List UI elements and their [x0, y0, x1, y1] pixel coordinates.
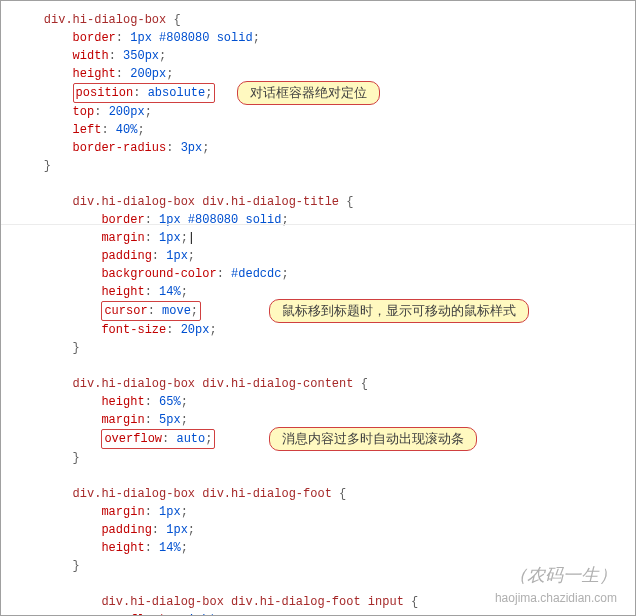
semicolon: ; [166, 67, 173, 81]
css-property: height [73, 67, 116, 81]
css-value: 1px #808080 solid [130, 31, 252, 45]
code-line: padding: 1px; [15, 247, 635, 265]
css-value: 200px [109, 105, 145, 119]
css-value: 350px [123, 49, 159, 63]
code-line [15, 467, 635, 485]
colon: : [116, 31, 123, 45]
css-value: #dedcdc [231, 267, 281, 281]
editor-selection-line [1, 224, 635, 225]
colon: : [162, 432, 169, 446]
semicolon: ; [188, 249, 195, 263]
css-value: 14% [159, 541, 181, 555]
code-line: padding: 1px; [15, 521, 635, 539]
semicolon: ; [205, 86, 212, 100]
code-line: float: right; [15, 611, 635, 616]
annotation-callout: 鼠标移到标题时，显示可移动的鼠标样式 [269, 299, 529, 323]
css-property: position [76, 86, 134, 100]
semicolon: ; [181, 395, 188, 409]
colon: : [94, 105, 101, 119]
colon: : [145, 285, 152, 299]
css-selector: div.hi-dialog-box div.hi-dialog-content [73, 377, 354, 391]
css-value: 20px [181, 323, 210, 337]
code-line: left: 40%; [15, 121, 635, 139]
brace-open: { [411, 595, 418, 609]
css-value: 1px [159, 231, 181, 245]
colon: : [152, 249, 159, 263]
brace-open: { [346, 195, 353, 209]
css-value: move [162, 304, 191, 318]
code-line: div.hi-dialog-box div.hi-dialog-foot { [15, 485, 635, 503]
semicolon: ; [145, 105, 152, 119]
colon: : [116, 67, 123, 81]
css-value: 40% [116, 123, 138, 137]
css-property: padding [101, 523, 151, 537]
css-property: height [101, 285, 144, 299]
code-line: div.hi-dialog-box div.hi-dialog-content … [15, 375, 635, 393]
colon: : [133, 86, 140, 100]
css-value: 1px [166, 249, 188, 263]
brace-close: } [44, 159, 51, 173]
highlighted-declaration: cursor: move; [101, 301, 201, 321]
semicolon: ; [181, 413, 188, 427]
css-property: font-size [101, 323, 166, 337]
colon: : [145, 395, 152, 409]
highlighted-declaration: overflow: auto; [101, 429, 215, 449]
semicolon: ; [181, 541, 188, 555]
css-property: top [73, 105, 95, 119]
css-property: width [73, 49, 109, 63]
brace-open: { [339, 487, 346, 501]
colon: : [166, 323, 173, 337]
colon: : [217, 267, 224, 281]
annotation-callout: 消息内容过多时自动出现滚动条 [269, 427, 477, 451]
brace-close: } [73, 559, 80, 573]
css-selector: div.hi-dialog-box [44, 13, 166, 27]
css-value: 14% [159, 285, 181, 299]
code-line: } [15, 449, 635, 467]
code-line: top: 200px; [15, 103, 635, 121]
css-property: left [73, 123, 102, 137]
semicolon: ; [205, 432, 212, 446]
code-line [15, 175, 635, 193]
code-line: } [15, 157, 635, 175]
css-selector: div.hi-dialog-box div.hi-dialog-title [73, 195, 339, 209]
css-property: cursor [104, 304, 147, 318]
css-value: 200px [130, 67, 166, 81]
brace-close: } [73, 451, 80, 465]
css-property: border-radius [73, 141, 167, 155]
text-cursor: | [188, 231, 195, 245]
code-line: border-radius: 3px; [15, 139, 635, 157]
semicolon: ; [281, 267, 288, 281]
code-line: border: 1px #808080 solid; [15, 211, 635, 229]
css-value: auto [176, 432, 205, 446]
css-selector: div.hi-dialog-box div.hi-dialog-foot inp… [101, 595, 403, 609]
semicolon: ; [253, 31, 260, 45]
code-view-container: div.hi-dialog-box { border: 1px #808080 … [0, 0, 636, 616]
semicolon: ; [137, 123, 144, 137]
code-line: height: 14%; [15, 539, 635, 557]
colon: : [148, 304, 155, 318]
code-line [15, 357, 635, 375]
css-property: margin [101, 231, 144, 245]
colon: : [152, 523, 159, 537]
code-line: div.hi-dialog-box { [15, 11, 635, 29]
semicolon: ; [181, 285, 188, 299]
code-line: } [15, 339, 635, 357]
code-line: margin: 1px;| [15, 229, 635, 247]
watermark-text-url: haojima.chazidian.com [495, 591, 617, 605]
css-property: margin [101, 413, 144, 427]
highlighted-declaration: position: absolute; [73, 83, 216, 103]
semicolon: ; [202, 141, 209, 155]
css-value: 1px [166, 523, 188, 537]
semicolon: ; [181, 231, 188, 245]
code-line: margin: 1px; [15, 503, 635, 521]
css-property: padding [101, 249, 151, 263]
brace-open: { [173, 13, 180, 27]
code-body: div.hi-dialog-box { border: 1px #808080 … [15, 11, 635, 616]
colon: : [145, 231, 152, 245]
code-line: width: 350px; [15, 47, 635, 65]
semicolon: ; [191, 304, 198, 318]
code-line: overflow: auto;消息内容过多时自动出现滚动条 [15, 429, 635, 449]
colon: : [145, 541, 152, 555]
colon: : [109, 49, 116, 63]
brace-close: } [73, 341, 80, 355]
